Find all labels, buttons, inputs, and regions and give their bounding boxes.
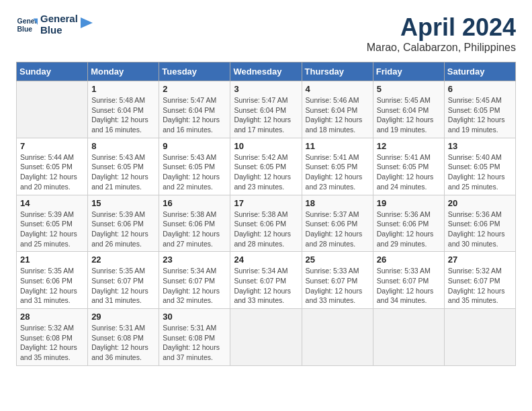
day-header-tuesday: Tuesday: [159, 62, 230, 81]
day-number: 14: [20, 198, 84, 208]
calendar-cell: 12Sunrise: 5:41 AMSunset: 6:05 PMDayligh…: [373, 138, 444, 195]
day-info: Sunrise: 5:43 AMSunset: 6:05 PMDaylight:…: [91, 152, 155, 192]
day-header-saturday: Saturday: [444, 62, 515, 81]
calendar-cell: [373, 309, 444, 366]
day-number: 15: [91, 198, 155, 208]
day-number: 13: [448, 141, 512, 151]
day-number: 21: [20, 255, 84, 265]
calendar-cell: 25Sunrise: 5:33 AMSunset: 6:07 PMDayligh…: [302, 252, 373, 309]
day-number: 10: [234, 141, 298, 151]
calendar-cell: 9Sunrise: 5:43 AMSunset: 6:05 PMDaylight…: [159, 138, 230, 195]
title-area: April 2024 Marao, Calabarzon, Philippine…: [367, 13, 516, 54]
day-header-monday: Monday: [88, 62, 159, 81]
calendar-cell: 29Sunrise: 5:31 AMSunset: 6:08 PMDayligh…: [88, 309, 159, 366]
calendar-cell: 2Sunrise: 5:47 AMSunset: 6:04 PMDaylight…: [159, 81, 230, 138]
day-number: 16: [163, 198, 226, 208]
calendar-cell: 23Sunrise: 5:34 AMSunset: 6:07 PMDayligh…: [159, 252, 230, 309]
day-info: Sunrise: 5:35 AMSunset: 6:07 PMDaylight:…: [91, 266, 155, 306]
calendar-cell: 4Sunrise: 5:46 AMSunset: 6:04 PMDaylight…: [302, 81, 373, 138]
calendar-cell: 11Sunrise: 5:41 AMSunset: 6:05 PMDayligh…: [302, 138, 373, 195]
calendar-cell: 1Sunrise: 5:48 AMSunset: 6:04 PMDaylight…: [88, 81, 159, 138]
day-info: Sunrise: 5:46 AMSunset: 6:04 PMDaylight:…: [306, 95, 369, 135]
logo-flag-icon: [81, 17, 93, 32]
day-header-wednesday: Wednesday: [230, 62, 302, 81]
day-number: 4: [306, 84, 369, 94]
header: General Blue General Blue April 2024 Mar…: [16, 13, 516, 54]
day-info: Sunrise: 5:33 AMSunset: 6:07 PMDaylight:…: [306, 266, 369, 306]
logo-icon: General Blue: [16, 14, 38, 36]
day-number: 30: [163, 312, 226, 322]
calendar-cell: [230, 309, 302, 366]
day-info: Sunrise: 5:39 AMSunset: 6:05 PMDaylight:…: [20, 210, 84, 249]
day-info: Sunrise: 5:47 AMSunset: 6:04 PMDaylight:…: [234, 95, 298, 135]
calendar-cell: 10Sunrise: 5:42 AMSunset: 6:05 PMDayligh…: [230, 138, 302, 195]
day-info: Sunrise: 5:36 AMSunset: 6:06 PMDaylight:…: [377, 210, 441, 249]
day-number: 29: [91, 312, 155, 322]
calendar-cell: [17, 81, 88, 138]
page-subtitle: Marao, Calabarzon, Philippines: [367, 42, 516, 54]
day-number: 5: [377, 84, 441, 94]
calendar-cell: 21Sunrise: 5:35 AMSunset: 6:06 PMDayligh…: [17, 252, 88, 309]
week-row-4: 28Sunrise: 5:32 AMSunset: 6:08 PMDayligh…: [17, 309, 516, 366]
day-header-friday: Friday: [373, 62, 444, 81]
day-info: Sunrise: 5:41 AMSunset: 6:05 PMDaylight:…: [377, 152, 441, 192]
calendar-cell: 7Sunrise: 5:44 AMSunset: 6:05 PMDaylight…: [17, 138, 88, 195]
calendar-cell: 14Sunrise: 5:39 AMSunset: 6:05 PMDayligh…: [17, 195, 88, 252]
day-info: Sunrise: 5:35 AMSunset: 6:06 PMDaylight:…: [20, 266, 84, 306]
day-number: 9: [163, 141, 226, 151]
calendar-cell: 13Sunrise: 5:40 AMSunset: 6:05 PMDayligh…: [444, 138, 515, 195]
day-number: 2: [163, 84, 226, 94]
calendar-cell: 16Sunrise: 5:38 AMSunset: 6:06 PMDayligh…: [159, 195, 230, 252]
day-number: 25: [306, 255, 369, 265]
day-info: Sunrise: 5:32 AMSunset: 6:07 PMDaylight:…: [448, 266, 512, 306]
day-number: 12: [377, 141, 441, 151]
calendar-cell: 18Sunrise: 5:37 AMSunset: 6:06 PMDayligh…: [302, 195, 373, 252]
day-info: Sunrise: 5:33 AMSunset: 6:07 PMDaylight:…: [377, 266, 441, 306]
day-info: Sunrise: 5:41 AMSunset: 6:05 PMDaylight:…: [306, 152, 369, 192]
calendar-table: SundayMondayTuesdayWednesdayThursdayFrid…: [16, 62, 516, 366]
day-info: Sunrise: 5:34 AMSunset: 6:07 PMDaylight:…: [163, 266, 226, 306]
logo-line2: Blue: [40, 25, 78, 36]
calendar-cell: 20Sunrise: 5:36 AMSunset: 6:06 PMDayligh…: [444, 195, 515, 252]
week-row-3: 21Sunrise: 5:35 AMSunset: 6:06 PMDayligh…: [17, 252, 516, 309]
day-number: 27: [448, 255, 512, 265]
day-number: 28: [20, 312, 84, 322]
calendar-header: SundayMondayTuesdayWednesdayThursdayFrid…: [17, 62, 516, 81]
calendar-cell: 22Sunrise: 5:35 AMSunset: 6:07 PMDayligh…: [88, 252, 159, 309]
day-info: Sunrise: 5:45 AMSunset: 6:04 PMDaylight:…: [377, 95, 441, 135]
day-number: 18: [306, 198, 369, 208]
day-number: 7: [20, 141, 84, 151]
day-info: Sunrise: 5:40 AMSunset: 6:05 PMDaylight:…: [448, 152, 512, 192]
day-number: 3: [234, 84, 298, 94]
svg-text:Blue: Blue: [17, 25, 33, 32]
logo: General Blue General Blue: [16, 13, 93, 36]
day-number: 11: [306, 141, 369, 151]
calendar-cell: 24Sunrise: 5:34 AMSunset: 6:07 PMDayligh…: [230, 252, 302, 309]
day-number: 24: [234, 255, 298, 265]
calendar-cell: [444, 309, 515, 366]
calendar-cell: 27Sunrise: 5:32 AMSunset: 6:07 PMDayligh…: [444, 252, 515, 309]
day-number: 8: [91, 141, 155, 151]
week-row-0: 1Sunrise: 5:48 AMSunset: 6:04 PMDaylight…: [17, 81, 516, 138]
day-info: Sunrise: 5:38 AMSunset: 6:06 PMDaylight:…: [163, 210, 226, 249]
day-info: Sunrise: 5:36 AMSunset: 6:06 PMDaylight:…: [448, 210, 512, 249]
day-number: 20: [448, 198, 512, 208]
week-row-2: 14Sunrise: 5:39 AMSunset: 6:05 PMDayligh…: [17, 195, 516, 252]
day-info: Sunrise: 5:43 AMSunset: 6:05 PMDaylight:…: [163, 152, 226, 192]
logo-text: General Blue: [40, 13, 78, 36]
calendar-cell: 19Sunrise: 5:36 AMSunset: 6:06 PMDayligh…: [373, 195, 444, 252]
calendar-body: 1Sunrise: 5:48 AMSunset: 6:04 PMDaylight…: [17, 81, 516, 366]
day-header-sunday: Sunday: [17, 62, 88, 81]
day-info: Sunrise: 5:31 AMSunset: 6:08 PMDaylight:…: [163, 323, 226, 363]
day-number: 26: [377, 255, 441, 265]
week-row-1: 7Sunrise: 5:44 AMSunset: 6:05 PMDaylight…: [17, 138, 516, 195]
day-number: 22: [91, 255, 155, 265]
day-number: 6: [448, 84, 512, 94]
calendar-cell: 5Sunrise: 5:45 AMSunset: 6:04 PMDaylight…: [373, 81, 444, 138]
day-info: Sunrise: 5:42 AMSunset: 6:05 PMDaylight:…: [234, 152, 298, 192]
calendar-cell: 26Sunrise: 5:33 AMSunset: 6:07 PMDayligh…: [373, 252, 444, 309]
day-info: Sunrise: 5:44 AMSunset: 6:05 PMDaylight:…: [20, 152, 84, 192]
days-of-week-row: SundayMondayTuesdayWednesdayThursdayFrid…: [17, 62, 516, 81]
calendar-cell: 30Sunrise: 5:31 AMSunset: 6:08 PMDayligh…: [159, 309, 230, 366]
day-number: 17: [234, 198, 298, 208]
